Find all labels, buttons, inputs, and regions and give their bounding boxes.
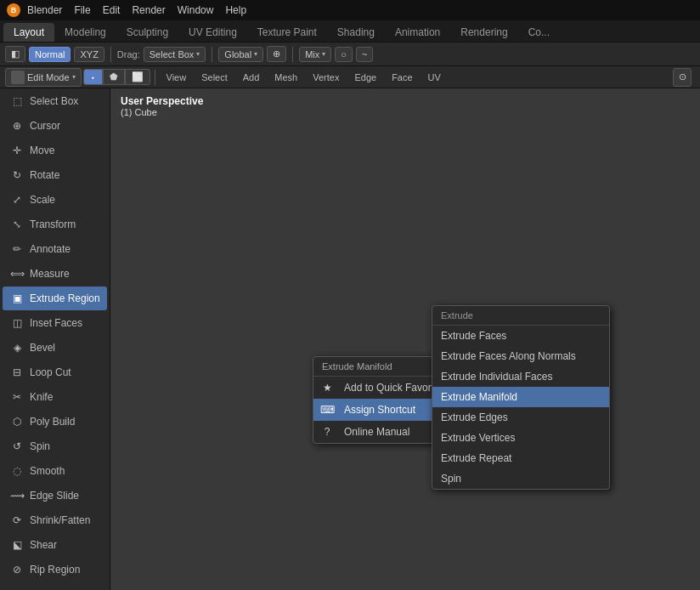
loop-cut-icon: ⊟ bbox=[9, 365, 25, 380]
tool-item-transform[interactable]: ⤡ Transform bbox=[3, 213, 107, 236]
tab-texture-paint[interactable]: Texture Paint bbox=[247, 23, 327, 42]
keyboard-icon: ⌨ bbox=[320, 403, 334, 417]
drag-label: Drag: bbox=[117, 49, 140, 60]
move-icon: ✛ bbox=[9, 143, 25, 158]
shear-icon: ⬕ bbox=[9, 537, 25, 553]
tool-item-select-box[interactable]: ⬚ Select Box bbox=[3, 89, 107, 113]
separator-3 bbox=[292, 47, 293, 62]
mesh-face-icon-btn[interactable]: ⬜ bbox=[125, 69, 150, 85]
add-btn[interactable]: Add bbox=[236, 71, 267, 84]
select-box-icon: ⬚ bbox=[9, 94, 25, 109]
spin-label: Spin bbox=[30, 440, 50, 452]
ctx-extrude-faces-normals[interactable]: Extrude Faces Along Normals bbox=[432, 346, 609, 366]
knife-icon: ✂ bbox=[9, 389, 25, 405]
xyz-btn[interactable]: XYZ bbox=[74, 47, 104, 62]
tool-item-shear[interactable]: ⬕ Shear bbox=[3, 533, 107, 557]
ctx-extrude-individual-faces[interactable]: Extrude Individual Faces bbox=[432, 366, 609, 387]
vertex-btn[interactable]: Vertex bbox=[306, 71, 346, 84]
falloff-curve-btn[interactable]: ~ bbox=[356, 47, 373, 62]
tab-animation[interactable]: Animation bbox=[385, 23, 450, 42]
tool-item-scale[interactable]: ⤢ Scale bbox=[3, 188, 107, 212]
menu-edit[interactable]: Edit bbox=[98, 3, 126, 18]
title-bar: B Blender File Edit Render Window Help bbox=[0, 0, 700, 20]
menu-file[interactable]: File bbox=[69, 3, 95, 18]
workspace-tabs: Layout Modeling Sculpting UV Editing Tex… bbox=[0, 20, 700, 43]
normal-btn[interactable]: Normal bbox=[29, 47, 71, 62]
ctx-inner-header: Extrude bbox=[432, 306, 609, 326]
tool-item-measure[interactable]: ⟺ Measure bbox=[3, 262, 107, 286]
tool-item-smooth[interactable]: ◌ Smooth bbox=[3, 459, 107, 483]
ctx-spin[interactable]: Spin bbox=[432, 468, 609, 489]
tool-item-move[interactable]: ✛ Move bbox=[3, 139, 107, 162]
tool-item-annotate[interactable]: ✏ Annotate bbox=[3, 237, 107, 261]
tab-shading[interactable]: Shading bbox=[327, 23, 385, 42]
mode-icon-btn[interactable]: ◧ bbox=[5, 46, 25, 62]
help-icon: ? bbox=[320, 425, 334, 439]
edit-mode-select[interactable]: Edit Mode ▾ bbox=[5, 68, 82, 87]
global-dropdown[interactable]: Global ▾ bbox=[218, 47, 263, 62]
mesh-btn[interactable]: Mesh bbox=[268, 71, 304, 84]
tool-item-poly-build[interactable]: ⬡ Poly Build bbox=[3, 410, 107, 434]
title-menu: File Edit Render Window Help bbox=[69, 3, 251, 18]
rip-region-label: Rip Region bbox=[30, 564, 80, 576]
face-btn[interactable]: Face bbox=[385, 71, 419, 84]
menu-window[interactable]: Window bbox=[172, 3, 219, 18]
poly-build-icon: ⬡ bbox=[9, 414, 25, 429]
tool-item-edge-slide[interactable]: ⟿ Edge Slide bbox=[3, 484, 107, 508]
separator-4 bbox=[155, 70, 155, 85]
ctx-extrude-faces[interactable]: Extrude Faces bbox=[432, 326, 609, 346]
tool-item-inset-faces[interactable]: ◫ Inset Faces bbox=[3, 311, 107, 335]
tool-item-bevel[interactable]: ◈ Bevel bbox=[3, 336, 107, 360]
smooth-icon: ◌ bbox=[9, 463, 25, 479]
tool-item-rip-region[interactable]: ⊘ Rip Region bbox=[3, 558, 107, 581]
tool-item-rotate[interactable]: ↻ Rotate bbox=[3, 163, 107, 187]
viewport[interactable]: User Perspective (1) Cube Extrude Manifo… bbox=[110, 88, 700, 590]
mesh-vertex-icon-btn[interactable]: ⬩ bbox=[83, 69, 103, 85]
tool-item-spin[interactable]: ↺ Spin bbox=[3, 434, 107, 458]
transform-label: Transform bbox=[30, 218, 76, 230]
menu-help[interactable]: Help bbox=[220, 3, 251, 18]
measure-label: Measure bbox=[30, 268, 70, 280]
falloff-circle-btn[interactable]: ○ bbox=[335, 47, 353, 62]
star-icon: ★ bbox=[320, 381, 334, 394]
mix-dropdown[interactable]: Mix ▾ bbox=[299, 47, 331, 62]
mesh-edge-icon-btn[interactable]: ⬟ bbox=[103, 69, 125, 85]
tab-sculpting[interactable]: Sculpting bbox=[116, 23, 178, 42]
tab-modeling[interactable]: Modeling bbox=[54, 23, 116, 42]
uv-btn[interactable]: UV bbox=[421, 71, 448, 84]
context-menu-inner: Extrude Extrude Faces Extrude Faces Alon… bbox=[432, 305, 610, 490]
tool-item-shrink-fatten[interactable]: ⟳ Shrink/Fatten bbox=[3, 508, 107, 532]
tool-item-extrude-region[interactable]: ▣ Extrude Region bbox=[3, 286, 107, 310]
ctx-extrude-vertices[interactable]: Extrude Vertices bbox=[432, 428, 609, 448]
hide-overlay-btn[interactable]: ⊙ bbox=[673, 68, 692, 87]
shear-label: Shear bbox=[30, 539, 57, 551]
poly-build-label: Poly Build bbox=[30, 416, 75, 428]
ctx-extrude-repeat[interactable]: Extrude Repeat bbox=[432, 448, 609, 468]
inset-faces-icon: ◫ bbox=[9, 315, 25, 331]
transform-icon-btn[interactable]: ⊕ bbox=[267, 46, 286, 62]
ctx-extrude-manifold[interactable]: Extrude Manifold bbox=[432, 387, 609, 407]
tool-item-knife[interactable]: ✂ Knife bbox=[3, 385, 107, 409]
tab-rendering[interactable]: Rendering bbox=[450, 23, 517, 42]
tool-item-loop-cut[interactable]: ⊟ Loop Cut bbox=[3, 360, 107, 384]
tab-layout[interactable]: Layout bbox=[3, 23, 54, 42]
select-box-dropdown[interactable]: Select Box ▾ bbox=[144, 47, 206, 62]
rip-region-icon: ⊘ bbox=[9, 562, 25, 577]
object-label: (1) Cube bbox=[121, 107, 203, 117]
shrink-fatten-icon: ⟳ bbox=[9, 513, 25, 528]
select-btn[interactable]: Select bbox=[195, 71, 234, 84]
tab-uv-editing[interactable]: UV Editing bbox=[178, 23, 247, 42]
edit-mode-label: Edit Mode bbox=[27, 72, 70, 82]
edge-slide-icon: ⟿ bbox=[9, 488, 25, 503]
ctx-extrude-edges[interactable]: Extrude Edges bbox=[432, 407, 609, 428]
tool-item-cursor[interactable]: ⊕ Cursor bbox=[3, 114, 107, 138]
spin-icon: ↺ bbox=[9, 439, 25, 454]
view-btn[interactable]: View bbox=[160, 71, 194, 84]
edge-slide-label: Edge Slide bbox=[30, 490, 79, 502]
edge-btn[interactable]: Edge bbox=[347, 71, 383, 84]
tab-compositing[interactable]: Co... bbox=[518, 23, 560, 42]
select-box-label: Select Box bbox=[30, 95, 78, 107]
menu-render[interactable]: Render bbox=[127, 3, 170, 18]
extrude-region-label: Extrude Region bbox=[30, 292, 100, 304]
inset-faces-label: Inset Faces bbox=[30, 317, 82, 329]
